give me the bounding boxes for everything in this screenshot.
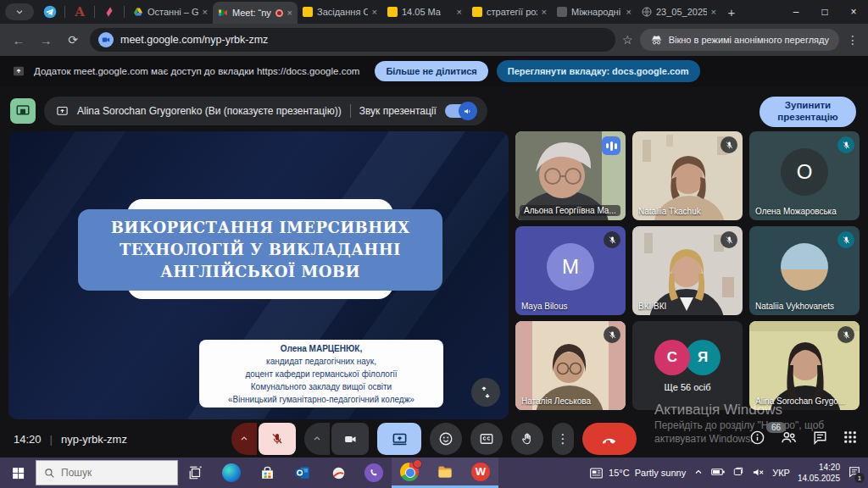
tab-drive-recent[interactable]: Останні – Go ×	[128, 1, 213, 23]
chat-panel-button[interactable]	[812, 430, 828, 449]
slide-title-line: АНГЛІЙСЬКОЇ МОВИ	[160, 261, 360, 283]
tab-strategii[interactable]: стратегії роз ×	[467, 1, 552, 23]
outlook-taskbar-button[interactable]	[285, 458, 320, 488]
slides-doc-icon	[472, 7, 482, 17]
stop-sharing-tab-button[interactable]: Більше не ділитися	[375, 61, 487, 81]
pink-app-pinned-tab[interactable]	[98, 3, 120, 21]
teams-tray-icon[interactable]	[732, 466, 744, 480]
chrome-taskbar-button[interactable]	[392, 458, 427, 488]
letter-avatar: M	[547, 243, 594, 291]
tab-close-icon[interactable]: ×	[457, 7, 462, 17]
tab-search-button[interactable]	[5, 3, 34, 20]
browser-menu-button[interactable]: ⋮	[846, 33, 860, 47]
tab-mizhnarodni[interactable]: Міжнародні ×	[552, 1, 637, 23]
tab-label: Останні – Go	[147, 7, 198, 17]
participant-tile[interactable]: M Maya Bilous	[515, 226, 626, 315]
camera-icon	[343, 432, 358, 446]
tab-close-icon[interactable]: ×	[711, 7, 716, 17]
tab-zasidannya[interactable]: Засідання О ×	[298, 1, 382, 23]
explorer-taskbar-button[interactable]	[427, 458, 463, 488]
a-app-pinned-tab[interactable]: A	[69, 3, 91, 21]
clock[interactable]: 14:20 14.05.2025	[798, 462, 840, 484]
participant-tile[interactable]: ВКІ ВКІ	[632, 226, 743, 315]
search-input[interactable]	[61, 467, 154, 479]
participant-name: Альона Георгіївна Ма...	[520, 205, 620, 216]
people-panel-button[interactable]: 66	[780, 429, 798, 450]
file-explorer-icon	[437, 463, 453, 480]
stop-button-line2: презентацію	[760, 112, 856, 124]
store-taskbar-button[interactable]	[249, 458, 285, 488]
slide-title-line: ТЕХНОЛОГІЙ У ВИКЛАДАННІ	[120, 239, 401, 261]
mic-mute-button[interactable]	[259, 423, 296, 455]
incognito-label: Вікно в режимі анонімного перегляду	[669, 35, 829, 45]
tab-close-icon[interactable]: ×	[203, 7, 208, 17]
meeting-details-button[interactable]	[749, 430, 765, 449]
new-tab-button[interactable]: +	[721, 5, 742, 19]
end-call-button[interactable]	[582, 423, 637, 455]
task-view-button[interactable]	[178, 458, 214, 488]
language-indicator[interactable]: УКР	[772, 468, 790, 478]
swap-layout-button[interactable]	[471, 378, 500, 407]
raise-hand-button[interactable]	[511, 423, 543, 455]
participant-tile[interactable]: Наталія Леськова	[515, 321, 626, 410]
participant-name: Наталія Леськова	[521, 396, 620, 406]
view-shared-tab-button[interactable]: Переглянути вкладку: docs.google.com	[497, 60, 700, 82]
captions-button[interactable]	[470, 423, 503, 455]
participant-tile[interactable]: Alina Sorochan Grygo...	[749, 321, 860, 410]
present-screen-button[interactable]	[377, 423, 421, 455]
slide-author-block: Олена МАРЦЕНЮК, кандидат педагогічних на…	[199, 340, 443, 408]
camera-options-button[interactable]	[304, 423, 330, 455]
participant-tile[interactable]: O Олена Можаровська	[749, 131, 860, 220]
forward-button[interactable]: →	[36, 33, 56, 47]
battery-tray-icon[interactable]	[711, 467, 725, 479]
window-close-button[interactable]: ×	[839, 0, 868, 24]
tab-close-icon[interactable]: ×	[542, 7, 547, 17]
bookmark-star-icon[interactable]: ☆	[622, 33, 633, 47]
window-minimize-button[interactable]: –	[782, 0, 810, 24]
back-button[interactable]: ←	[8, 33, 29, 47]
reactions-button[interactable]	[430, 423, 462, 455]
slide-author-line: Комунального закладу вищої освіти	[251, 380, 392, 393]
media-app-taskbar-button[interactable]	[320, 458, 356, 488]
participant-tile[interactable]: Альона Георгіївна Ма...	[515, 131, 626, 220]
participant-tile[interactable]: Nataliia Vykhovanets	[749, 226, 860, 315]
tab-close-icon[interactable]: ×	[626, 7, 632, 17]
store-icon	[259, 465, 275, 481]
taskbar-search[interactable]	[36, 460, 178, 485]
presentation-audio-toggle[interactable]	[445, 104, 476, 118]
shared-tab-icon	[12, 64, 25, 78]
mic-options-button[interactable]	[231, 423, 257, 455]
camera-button[interactable]	[331, 423, 369, 455]
notification-count-badge: 1	[854, 473, 865, 483]
tab-1405[interactable]: 14.05 Ма ×	[382, 1, 467, 23]
participant-name: Nataliia Vykhovanets	[755, 302, 854, 311]
telegram-pinned-tab[interactable]	[39, 3, 61, 21]
tab-close-icon[interactable]: ×	[372, 7, 377, 17]
start-button[interactable]	[0, 458, 36, 488]
weather-widget[interactable]: 15°C Partly sunny	[589, 467, 686, 480]
wps-taskbar-button[interactable]: W	[463, 458, 498, 488]
present-icon	[56, 105, 69, 118]
tab-23052025[interactable]: 23_05_2025_ ×	[637, 1, 721, 23]
notification-center-button[interactable]: 1	[848, 465, 861, 480]
more-participants-tile[interactable]: C Я Ще 56 осіб	[632, 321, 743, 410]
stop-button-line1: Зупинити	[760, 100, 856, 112]
edge-taskbar-button[interactable]	[214, 458, 249, 488]
presentation-audio-label: Звук презентації	[359, 105, 437, 117]
tray-expand-button[interactable]	[693, 467, 704, 479]
activities-button[interactable]	[843, 430, 858, 448]
stop-presentation-button[interactable]: Зупинити презентацію	[760, 97, 856, 127]
window-maximize-button[interactable]: □	[810, 0, 839, 24]
presentation-tile[interactable]: ВИКОРИСТАННЯ ІМЕРСИВНИХ ТЕХНОЛОГІЙ У ВИК…	[8, 131, 509, 419]
more-options-button[interactable]: ⋮	[552, 423, 574, 455]
viber-taskbar-button[interactable]	[356, 458, 392, 488]
address-bar[interactable]: meet.google.com/nyp-yrbk-zmz	[90, 28, 615, 52]
window-controls: – □ ×	[782, 0, 868, 24]
participant-tile[interactable]: Nataliia Tkachuk	[632, 131, 743, 220]
tab-share-notice: Додаток meet.google.com має доступ до вк…	[0, 56, 868, 86]
tab-close-icon[interactable]: ×	[287, 8, 292, 18]
reload-button[interactable]: ⟳	[63, 33, 83, 47]
incognito-badge: Вікно в режимі анонімного перегляду	[640, 29, 839, 51]
tab-meet-active[interactable]: Meet: “ny ×	[213, 2, 298, 24]
volume-muted-tray-icon[interactable]	[752, 467, 765, 480]
